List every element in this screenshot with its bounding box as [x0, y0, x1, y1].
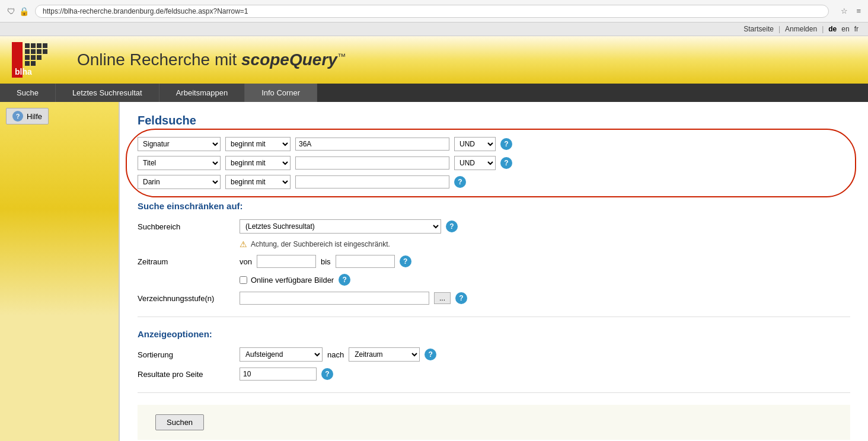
- operator-select-3[interactable]: beginnt mit enthält ist gleich endet mit: [225, 175, 291, 189]
- help-circle-2[interactable]: ?: [500, 157, 512, 169]
- zeitraum-row: Zeitraum von bis ?: [138, 255, 850, 268]
- bis-label: bis: [321, 257, 331, 266]
- divider2: [138, 392, 850, 393]
- tab-arbeitsmappen[interactable]: Arbeitsmappen: [159, 84, 245, 102]
- separator2: |: [822, 25, 824, 33]
- resultate-controls: ?: [240, 368, 850, 381]
- online-bilder-row: Online verfügbare Bilder ?: [138, 274, 850, 286]
- logo: blha: [12, 42, 65, 78]
- help-circle-resultate[interactable]: ?: [321, 368, 333, 380]
- suchbereich-controls: (Letztes Suchresultat) Gesamter Bestand …: [240, 219, 850, 234]
- nav-tabs: Suche Letztes Suchresultat Arbeitsmappen…: [0, 84, 868, 102]
- search-rows: Signatur Titel Darin Enthält Beschreibun…: [138, 137, 850, 189]
- svg-rect-9: [25, 55, 30, 60]
- lang-fr[interactable]: fr: [854, 25, 859, 33]
- help-button[interactable]: ? Hilfe: [6, 108, 49, 124]
- verz-input[interactable]: [240, 292, 429, 305]
- verz-controls: ... ?: [240, 292, 850, 305]
- svg-text:blha: blha: [15, 67, 32, 76]
- main-layout: ? Hilfe Feldsuche Signatur Titel Darin E…: [0, 102, 868, 441]
- online-bilder-controls: Online verfügbare Bilder ?: [240, 274, 850, 286]
- menu-icon[interactable]: ≡: [856, 7, 861, 15]
- resultate-row: Resultate pro Seite ?: [138, 368, 850, 381]
- field-select-2[interactable]: Signatur Titel Darin Enthält Beschreibun…: [138, 156, 221, 170]
- anzeigeoptionen-title: Anzeigeoptionen:: [138, 329, 850, 339]
- warning-row: ⚠ Achtung, der Suchbereich ist eingeschr…: [240, 239, 850, 249]
- header-title-prefix: Online Recherche mit: [77, 50, 241, 69]
- online-bilder-checkbox[interactable]: [240, 276, 247, 284]
- nach-label: nach: [327, 350, 344, 359]
- von-label: von: [240, 257, 252, 266]
- svg-rect-11: [37, 55, 42, 60]
- sortierung-label: Sortierung: [138, 350, 232, 359]
- svg-rect-5: [25, 49, 30, 54]
- search-input-1[interactable]: [295, 138, 449, 151]
- tab-suche[interactable]: Suche: [0, 84, 56, 102]
- search-row-2: Signatur Titel Darin Enthält Beschreibun…: [138, 156, 850, 170]
- lang-en[interactable]: en: [841, 25, 849, 33]
- separator1: |: [778, 25, 780, 33]
- anmelden-link[interactable]: Anmelden: [785, 25, 817, 33]
- sortierung-select[interactable]: Aufsteigend Absteigend: [240, 347, 323, 362]
- tab-letztes-suchresultat[interactable]: Letztes Suchresultat: [56, 84, 159, 102]
- svg-rect-12: [25, 61, 30, 66]
- bottom-area: Suchen: [138, 405, 850, 440]
- zeitraum-area: von bis: [240, 255, 395, 268]
- help-circle-zeitraum[interactable]: ?: [400, 255, 411, 267]
- suchen-button[interactable]: Suchen: [155, 414, 204, 430]
- zeitraum-controls: von bis ?: [240, 255, 850, 268]
- search-row-3: Signatur Titel Darin Enthält Beschreibun…: [138, 175, 850, 189]
- suchbereich-row: Suchbereich (Letztes Suchresultat) Gesam…: [138, 219, 850, 234]
- top-nav: Startseite | Anmelden | de en fr: [0, 23, 868, 36]
- search-input-2[interactable]: [295, 156, 449, 170]
- browser-security-icons: 🛡 🔒: [7, 7, 29, 16]
- help-circle-sortierung[interactable]: ?: [425, 349, 436, 360]
- help-circle-bilder[interactable]: ?: [339, 274, 350, 286]
- help-icon: ?: [12, 111, 23, 122]
- field-select-3[interactable]: Signatur Titel Darin Enthält Beschreibun…: [138, 175, 221, 189]
- sortierung-row: Sortierung Aufsteigend Absteigend nach Z…: [138, 347, 850, 362]
- startseite-link[interactable]: Startseite: [743, 25, 774, 33]
- browse-button[interactable]: ...: [434, 292, 451, 304]
- header: blha Online Recherche mit scopeQuery™: [0, 36, 868, 84]
- divider1: [138, 317, 850, 317]
- help-circle-verz[interactable]: ?: [455, 292, 467, 304]
- help-circle-suchbereich[interactable]: ?: [446, 220, 458, 232]
- sortierung-controls: Aufsteigend Absteigend nach Zeitraum Sig…: [240, 347, 850, 362]
- help-circle-1[interactable]: ?: [500, 138, 512, 150]
- sidebar: ? Hilfe: [0, 102, 119, 441]
- und-select-1[interactable]: UND ODER NICHT: [454, 137, 496, 151]
- header-brand: scopeQuery: [241, 50, 337, 69]
- browser-bar: 🛡 🔒 https://blha-recherche.brandenburg.d…: [0, 0, 868, 23]
- search-input-3[interactable]: [295, 175, 449, 188]
- bookmark-icon[interactable]: ☆: [841, 7, 848, 15]
- lang-de[interactable]: de: [828, 25, 837, 33]
- header-tm: ™: [337, 52, 346, 61]
- lock-icon: 🔒: [19, 7, 29, 16]
- browser-right-icons: ☆ ≡: [841, 7, 861, 15]
- zeitraum-bis-input[interactable]: [336, 255, 395, 268]
- zeitraum-von-input[interactable]: [257, 255, 316, 268]
- online-bilder-label: Online verfügbare Bilder: [251, 276, 334, 285]
- warning-icon: ⚠: [240, 239, 247, 249]
- tab-info-corner[interactable]: Info Corner: [245, 84, 317, 102]
- operator-select-2[interactable]: beginnt mit enthält ist gleich endet mit: [225, 156, 291, 170]
- resultate-label: Resultate pro Seite: [138, 370, 232, 379]
- svg-rect-1: [25, 43, 30, 48]
- suchbereich-select[interactable]: (Letztes Suchresultat) Gesamter Bestand …: [240, 219, 441, 234]
- field-select-1[interactable]: Signatur Titel Darin Enthält Beschreibun…: [138, 137, 221, 151]
- verz-label: Verzeichnungsstufe(n): [138, 294, 232, 303]
- warning-text: Achtung, der Suchbereich ist eingeschrän…: [251, 240, 390, 248]
- verz-row: Verzeichnungsstufe(n) ... ?: [138, 292, 850, 305]
- einschraenken-title: Suche einschränken auf:: [138, 201, 850, 211]
- address-bar[interactable]: https://blha-recherche.brandenburg.de/fe…: [35, 5, 829, 18]
- operator-select-1[interactable]: beginnt mit enthält ist gleich endet mit: [225, 137, 291, 151]
- content-area: Feldsuche Signatur Titel Darin Enthält B…: [119, 102, 868, 441]
- sort-field-select[interactable]: Zeitraum Signatur Titel Relevanz: [349, 347, 420, 362]
- svg-rect-6: [31, 49, 36, 54]
- resultate-input[interactable]: [240, 368, 317, 381]
- help-circle-3[interactable]: ?: [454, 176, 466, 188]
- online-bilder-checkbox-row: Online verfügbare Bilder: [240, 276, 334, 285]
- zeitraum-label: Zeitraum: [138, 257, 232, 266]
- und-select-2[interactable]: UND ODER NICHT: [454, 156, 496, 170]
